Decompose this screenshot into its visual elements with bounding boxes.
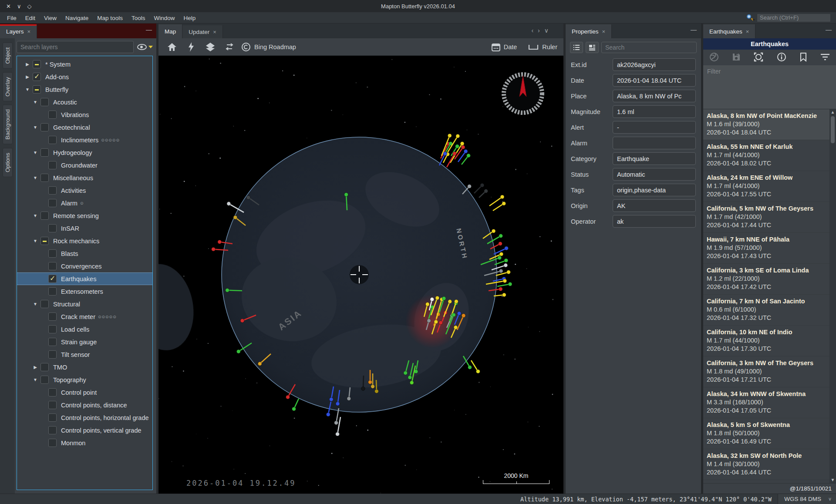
earthquake-pin[interactable] [496,270,510,276]
menu-map-tools[interactable]: Map tools [93,13,127,23]
earthquakes-scrollbar[interactable]: ▲ ▼ [829,109,836,483]
layer-checkbox[interactable] [48,186,57,195]
earthquake-pin[interactable] [479,189,488,198]
earthquake-list-item[interactable]: Hawaii, 7 km NNE of PāhalaM 1.9 md (57/1… [703,233,829,264]
tree-expand-icon[interactable]: ▼ [30,125,40,130]
bookmark-button[interactable] [799,52,807,63]
layer-checkbox[interactable] [40,148,49,157]
tree-expand-icon[interactable]: ▼ [30,239,40,243]
layer-checkbox[interactable] [48,224,57,232]
layer-checkbox[interactable] [40,237,49,245]
layer-checkbox[interactable] [33,73,41,81]
earthquakes-filter-input[interactable] [703,65,836,109]
side-tab-object[interactable]: Object [3,43,13,69]
layer-row[interactable]: Control point [17,386,152,399]
layer-checkbox[interactable] [40,123,49,131]
layer-row[interactable]: ▶Add-ons [17,71,152,83]
earthquake-pin[interactable] [334,408,339,425]
tabstrip-control-icon[interactable]: ‹ [531,27,533,34]
layer-row[interactable]: Blasts [17,247,152,260]
layer-checkbox[interactable] [40,174,49,182]
layer-row[interactable]: Groundwater [17,159,152,171]
tree-expand-icon[interactable]: ▼ [30,100,40,104]
map-viewport[interactable]: NORTHASIA [158,56,563,494]
layer-row[interactable]: Control points, distance [17,399,152,411]
visibility-menu-button[interactable] [137,44,153,50]
search-layers-input[interactable] [17,41,134,53]
tab-properties[interactable]: Properties × [566,24,612,38]
tree-expand-icon[interactable]: ▼ [30,150,40,155]
layers-icon[interactable] [203,41,218,53]
earthquake-list-item[interactable]: Alaska, 5 km S of SkwentnaM 1.8 ml (50/1… [703,418,829,449]
layer-row[interactable]: ▼Acoustic [17,96,152,108]
date-button[interactable]: Date [492,43,517,51]
menu-help[interactable]: Help [179,13,200,23]
layer-row[interactable]: ▼Hydrogeology [17,146,152,159]
layer-checkbox[interactable] [48,388,57,396]
info-button[interactable] [777,52,786,63]
tab-earthquakes[interactable]: Earthquakes × [703,24,755,38]
tree-expand-icon[interactable]: ▼ [30,213,40,218]
property-value-origin[interactable] [613,199,696,212]
layer-checkbox[interactable] [48,439,57,447]
layer-checkbox[interactable] [48,262,57,270]
layer-row[interactable]: ▼Topography [17,373,152,386]
minimize-panel-button[interactable]: — [691,26,697,33]
layer-checkbox[interactable] [33,60,41,68]
lightning-icon[interactable] [184,41,199,53]
layer-row[interactable]: Tilt sensor [17,348,152,361]
layer-checkbox[interactable] [48,161,57,169]
earthquake-list-item[interactable]: California, 7 km N of San JacintoM 0.6 m… [703,295,829,326]
property-value-status[interactable] [613,168,696,181]
layer-row[interactable]: Activities [17,184,152,197]
property-value-alarm[interactable] [613,137,696,149]
earthquake-pin[interactable] [493,202,506,211]
layer-row[interactable]: Crack meter⊙⊙⊙⊙⊙ [17,310,152,323]
layer-checkbox[interactable] [48,199,57,207]
menu-window[interactable]: Window [149,13,179,23]
property-value-operator[interactable] [613,215,696,228]
close-icon[interactable]: × [746,28,749,35]
layer-row[interactable]: Monmon [17,437,152,449]
close-icon[interactable]: × [213,29,216,35]
layer-checkbox[interactable] [40,300,49,308]
tabstrip-control-icon[interactable]: › [538,27,540,34]
layer-checkbox[interactable] [48,275,57,283]
layer-row[interactable]: InSAR [17,222,152,235]
earthquake-list-item[interactable]: Alaska, 55 km NNE of KarlukM 1.7 ml (44/… [703,140,829,171]
property-value-extid[interactable] [613,58,696,71]
tab-updater[interactable]: Updater× [182,25,223,38]
globe-button[interactable] [709,52,719,63]
tree-expand-icon[interactable]: ▼ [22,87,33,92]
layer-row[interactable]: ▼Miscellaneous [17,171,152,184]
menu-navigate[interactable]: Navigate [61,13,93,23]
layer-checkbox[interactable] [48,312,57,321]
tree-expand-icon[interactable]: ▶ [22,62,33,67]
layer-row[interactable]: ▼Remote sensing [17,209,152,222]
scroll-up-icon[interactable]: ▲ [831,109,835,115]
property-value-category[interactable] [613,152,696,165]
minimize-panel-button[interactable]: — [146,26,152,33]
layer-checkbox[interactable] [48,401,57,409]
earthquake-pin[interactable] [471,360,480,373]
layer-row[interactable]: ▶TMO [17,361,152,373]
tree-expand-icon[interactable]: ▼ [30,175,40,180]
list-view-button[interactable] [570,42,583,53]
earthquake-list-item[interactable]: Alaska, 34 km WNW of SkwentnaM 3.3 ml (1… [703,387,829,418]
property-value-date[interactable] [613,74,696,87]
layer-row[interactable]: Strain gauge [17,336,152,348]
property-value-magnitude[interactable] [613,105,696,118]
scrollbar-thumb[interactable] [831,116,835,143]
tab-map[interactable]: Map [158,24,182,38]
layer-row[interactable]: ▶* System [17,58,152,71]
layer-checkbox[interactable] [48,287,57,296]
tree-expand-icon[interactable]: ▶ [22,74,33,79]
earthquake-list-item[interactable]: California, 3 km NW of The GeysersM 1.8 … [703,356,829,387]
layer-row[interactable]: Convergences [17,260,152,272]
tabstrip-control-icon[interactable]: ∨ [544,27,549,34]
layer-checkbox[interactable] [40,376,49,384]
close-icon[interactable]: × [602,28,606,35]
tree-expand-icon[interactable]: ▼ [30,302,40,306]
map-provider-button[interactable]: Bing Roadmap [241,42,296,52]
compass[interactable] [504,74,542,113]
